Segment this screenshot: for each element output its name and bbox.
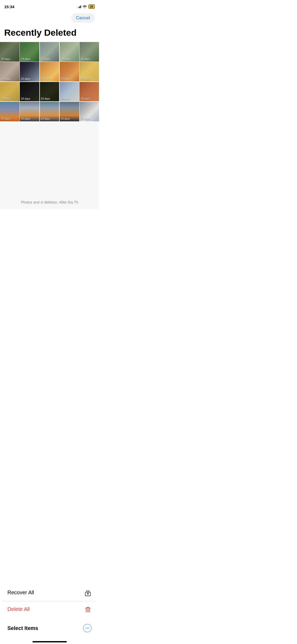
top-bar: Cancel — [0, 12, 99, 25]
list-item[interactable]: 29 days — [20, 102, 39, 121]
list-item[interactable]: 29 days — [79, 82, 99, 102]
days-label: 29 days — [61, 97, 70, 100]
days-label: 29 days — [21, 97, 30, 100]
page-title: Recently Deleted — [0, 25, 99, 42]
list-item[interactable]: 29 days — [79, 62, 99, 81]
photo-grid: 29 days 29 days 29 days 29 days 29 days … — [0, 42, 99, 121]
list-item[interactable]: 29 days — [0, 102, 20, 121]
days-label: 29 days — [61, 117, 70, 120]
list-item[interactable]: 29 days — [40, 62, 59, 81]
days-label: 29 days — [81, 58, 90, 61]
days-label: 29 days — [1, 58, 10, 61]
days-label: 29 days — [1, 97, 10, 100]
content-spacer — [0, 121, 99, 195]
bottom-info-text: Photos and vi deletion. After tha Th — [0, 195, 99, 209]
days-label: 29 days — [1, 117, 10, 120]
days-label: 29 days — [41, 97, 50, 100]
list-item[interactable]: 29 days — [20, 42, 39, 62]
list-item[interactable]: 29 days — [79, 102, 99, 121]
list-item[interactable]: 29 days — [0, 42, 20, 62]
list-item[interactable]: 29 days — [40, 82, 59, 102]
days-label: 29 days — [21, 117, 30, 120]
battery-indicator: 25 — [88, 4, 95, 9]
list-item[interactable]: 29 days — [60, 102, 79, 121]
list-item[interactable]: 29 days — [0, 62, 20, 81]
days-label: 29 days — [81, 117, 90, 120]
list-item[interactable]: 29 days — [40, 42, 59, 62]
status-time: 15:34 — [4, 4, 14, 9]
days-label: 29 days — [41, 58, 50, 61]
list-item[interactable]: 29 days — [20, 82, 39, 102]
days-label: 29 days — [81, 97, 90, 100]
list-item[interactable]: 29 days — [40, 102, 59, 121]
list-item[interactable]: 29 days — [60, 82, 79, 102]
list-item[interactable]: 29 days — [79, 42, 99, 62]
days-label: 29 days — [61, 77, 70, 80]
status-icons: 25 — [77, 4, 95, 9]
days-label: 29 days — [1, 77, 10, 80]
wifi-icon — [83, 5, 87, 8]
days-label: 29 days — [61, 58, 70, 61]
list-item[interactable]: 29 days — [20, 62, 39, 81]
days-label: 29 days — [21, 58, 30, 61]
list-item[interactable]: 29 days — [60, 42, 79, 62]
list-item[interactable]: 29 days — [60, 62, 79, 81]
list-item[interactable]: 29 days — [0, 82, 20, 102]
cancel-button[interactable]: Cancel — [71, 13, 95, 23]
days-label: 29 days — [41, 117, 50, 120]
days-label: 29 days — [81, 77, 90, 80]
signal-icon — [77, 5, 81, 8]
status-bar: 15:34 25 — [0, 0, 99, 12]
days-label: 29 days — [21, 77, 30, 80]
days-label: 29 days — [41, 77, 50, 80]
